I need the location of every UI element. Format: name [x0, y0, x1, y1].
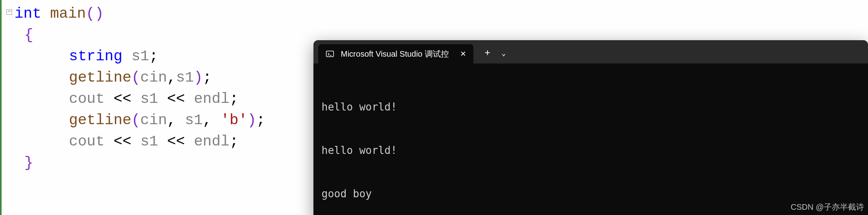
svg-rect-0 — [326, 51, 334, 57]
terminal-output[interactable]: hello world! hello world! good boy good … — [313, 63, 868, 215]
terminal-titlebar[interactable]: Microsoft Visual Studio 调试控 ✕ + ⌄ — [313, 40, 868, 63]
identifier-s1: s1 — [140, 133, 158, 150]
identifier-getline: getline — [69, 112, 131, 129]
terminal-line: hello world! — [321, 143, 860, 158]
identifier-cin: cin — [140, 69, 167, 86]
chevron-down-icon[interactable]: ⌄ — [502, 49, 506, 57]
identifier-endl: endl — [194, 133, 229, 150]
char-literal: 'b' — [221, 112, 248, 129]
watermark: CSDN @子亦半截诗 — [790, 202, 864, 213]
keyword-string: string — [69, 48, 122, 65]
terminal-icon — [326, 49, 334, 58]
terminal-tab-title: Microsoft Visual Studio 调试控 — [341, 49, 449, 59]
identifier-s1: s1 — [185, 112, 203, 129]
keyword-int: int — [14, 5, 41, 22]
identifier-s1: s1 — [131, 48, 149, 65]
terminal-tab[interactable]: Microsoft Visual Studio 调试控 ✕ — [318, 44, 473, 63]
identifier-main: main — [50, 5, 86, 22]
terminal-line: good boy — [321, 186, 860, 201]
identifier-cout: cout — [69, 90, 104, 107]
identifier-s1: s1 — [176, 69, 194, 86]
identifier-cin: cin — [140, 112, 167, 129]
close-icon[interactable]: ✕ — [460, 49, 466, 58]
code-line: −int main() — [6, 3, 868, 25]
terminal-line: hello world! — [321, 100, 860, 114]
fold-minus-icon[interactable]: − — [6, 9, 12, 15]
terminal-window: Microsoft Visual Studio 调试控 ✕ + ⌄ hello … — [313, 40, 868, 215]
identifier-getline: getline — [69, 69, 131, 86]
identifier-cout: cout — [69, 133, 104, 150]
identifier-s1: s1 — [140, 90, 158, 107]
terminal-tab-actions: + ⌄ — [485, 48, 506, 59]
identifier-endl: endl — [194, 90, 229, 107]
new-tab-icon[interactable]: + — [485, 48, 490, 59]
